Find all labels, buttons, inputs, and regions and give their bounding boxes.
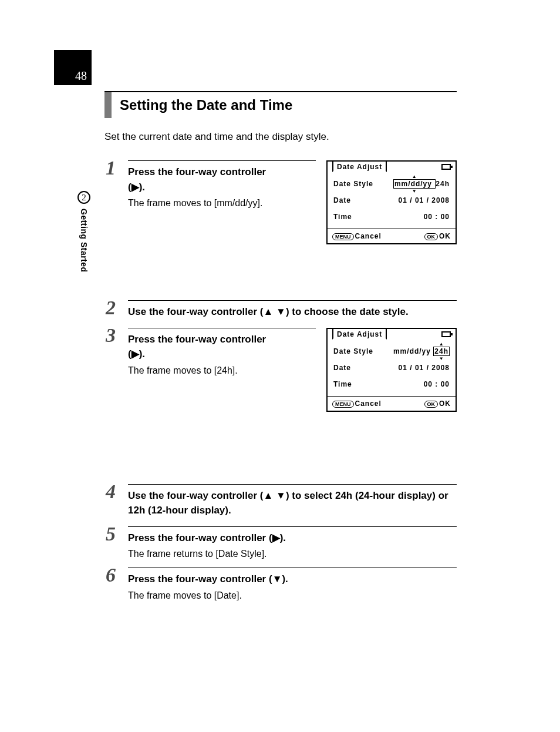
section-title-wrap: Setting the Date and Time — [104, 91, 457, 118]
menu-button-icon: MENU — [332, 233, 354, 240]
lcd-picker-framed: ▲ 24h ▼ — [433, 347, 450, 356]
lcd-row-style: Date Style ▲ mm/dd/yy ▼ 24h — [333, 176, 450, 192]
step-head-text: Press the four-way controller — [128, 334, 266, 345]
lcd-row-time: Time 00 : 00 — [333, 376, 450, 392]
lcd-label: Date Style — [333, 180, 373, 188]
step-heading: Use the four-way controller (▲ ▼) to cho… — [128, 304, 457, 320]
lcd-fmt: mm/dd/yy — [393, 347, 431, 355]
lcd-title-tab: Date Adjust — [332, 328, 387, 340]
lcd-ok: OKOK — [424, 399, 451, 408]
step-2: 2 Use the four-way controller (▲ ▼) to c… — [104, 300, 457, 320]
down-arrow-icon: ▼ — [439, 357, 444, 361]
cancel-label: Cancel — [355, 399, 382, 408]
step-subtext: The frame returns to [Date Style]. — [128, 549, 457, 559]
lcd-row-date: Date 01 / 01 / 2008 — [333, 192, 450, 209]
step-heading: Press the four-way controller (▼). — [128, 572, 457, 587]
lcd-label: Date — [333, 364, 351, 372]
lcd-label: Time — [333, 213, 352, 221]
up-arrow-icon: ▲ — [412, 175, 417, 179]
page-number: 48 — [54, 50, 92, 85]
up-arrow-icon: ▲ — [263, 490, 273, 501]
step-number: 2 — [106, 297, 116, 319]
lcd-cancel: MENUCancel — [332, 399, 382, 408]
lcd-label: Time — [333, 380, 352, 388]
paren-close: ). — [139, 182, 145, 193]
lcd-value: mm/dd/yy ▲ 24h ▼ — [393, 347, 450, 355]
ok-label: OK — [439, 232, 451, 240]
down-arrow-icon: ▼ — [276, 490, 286, 501]
lcd-hr: 24h — [434, 347, 448, 355]
right-arrow-icon: ▶ — [272, 532, 280, 543]
title-accent-bar — [104, 92, 112, 118]
ok-button-icon: OK — [424, 233, 438, 240]
step-head-text-2: ) to choose the date style. — [286, 306, 409, 317]
step-subtext: The frame moves to [Date]. — [128, 590, 457, 601]
step-head-text: Press the four-way controller ( — [128, 573, 272, 585]
step-heading: Press the four-way controller (▶). — [128, 530, 457, 546]
step-heading: Press the four-way controller (▶). — [128, 164, 316, 194]
battery-icon — [441, 331, 451, 337]
lcd-footer: MENUCancel OKOK — [328, 229, 456, 243]
lcd-title-tab: Date Adjust — [332, 160, 387, 172]
down-arrow-icon: ▼ — [276, 306, 286, 317]
lcd-row-date: Date 01 / 01 / 2008 — [333, 360, 450, 376]
ok-button-icon: OK — [424, 401, 438, 408]
lcd-label: Date — [333, 196, 351, 204]
step-body: Press the four-way controller (▼). The f… — [128, 568, 457, 601]
lcd-screen-1: Date Adjust Date Style ▲ mm/dd/yy ▼ 24h … — [326, 160, 457, 244]
paren-close: ). — [139, 348, 145, 360]
lcd-hr: 24h — [436, 180, 450, 188]
step-number: 4 — [106, 481, 116, 503]
lcd-value: 01 / 01 / 2008 — [399, 364, 450, 372]
step-head-text: Use the four-way controller ( — [128, 490, 263, 501]
step-heading: Press the four-way controller (▶). — [128, 332, 316, 362]
lcd-screen-2: Date Adjust Date Style mm/dd/yy ▲ 24h ▼ — [326, 328, 457, 412]
menu-button-icon: MENU — [332, 401, 354, 408]
step-number: 1 — [106, 157, 116, 179]
step-number: 3 — [106, 324, 116, 347]
lcd-picker-framed: ▲ mm/dd/yy ▼ — [393, 179, 436, 189]
intro-text: Set the current date and time and the di… — [104, 131, 457, 143]
side-tab-label: Getting Started — [79, 209, 89, 273]
down-arrow-icon: ▼ — [412, 190, 417, 193]
up-arrow-icon: ▲ — [439, 343, 444, 346]
lcd-row-style: Date Style mm/dd/yy ▲ 24h ▼ — [333, 343, 450, 360]
step-head-text-2: ). — [280, 532, 286, 543]
up-arrow-icon: ▲ — [263, 306, 273, 317]
step-head-text: Use the four-way controller ( — [128, 306, 263, 317]
lcd-value: 00 : 00 — [424, 380, 450, 388]
step-body: Use the four-way controller (▲ ▼) to cho… — [128, 300, 457, 320]
ok-label: OK — [439, 399, 451, 408]
step-body: Use the four-way controller (▲ ▼) to sel… — [128, 484, 457, 518]
step-1: 1 Press the four-way controller (▶). The… — [104, 160, 457, 278]
step-6: 6 Press the four-way controller (▼). The… — [104, 568, 457, 601]
lcd-footer: MENUCancel OKOK — [328, 396, 456, 411]
lcd-cancel: MENUCancel — [332, 232, 382, 240]
battery-icon — [441, 164, 451, 170]
right-arrow-icon: ▶ — [131, 182, 139, 193]
step-head-text: Press the four-way controller ( — [128, 532, 272, 543]
step-body: Press the four-way controller (▶). The f… — [128, 328, 316, 376]
chapter-number-icon: 2 — [77, 191, 90, 204]
step-head-text: Press the four-way controller — [128, 166, 266, 177]
cancel-label: Cancel — [355, 232, 382, 240]
step-subtext: The frame moves to [24h]. — [128, 365, 316, 376]
lcd-value: 01 / 01 / 2008 — [399, 196, 450, 204]
lcd-fmt: mm/dd/yy — [394, 180, 432, 188]
step-body: Press the four-way controller (▶). The f… — [128, 526, 457, 560]
step-head-text-2: ). — [282, 573, 288, 585]
page-number-text: 48 — [75, 69, 87, 83]
step-heading: Use the four-way controller (▲ ▼) to sel… — [128, 488, 457, 518]
main-content: Setting the Date and Time Set the curren… — [104, 91, 457, 607]
lcd-value: ▲ mm/dd/yy ▼ 24h — [393, 180, 450, 188]
step-4: 4 Use the four-way controller (▲ ▼) to s… — [104, 484, 457, 518]
lcd-value: 00 : 00 — [424, 213, 450, 221]
step-number: 6 — [106, 564, 116, 586]
lcd-ok: OKOK — [424, 232, 451, 240]
right-arrow-icon: ▶ — [131, 348, 139, 360]
step-5: 5 Press the four-way controller (▶). The… — [104, 526, 457, 560]
step-3: 3 Press the four-way controller (▶). The… — [104, 328, 457, 445]
section-title: Setting the Date and Time — [112, 92, 292, 118]
step-subtext: The frame moves to [mm/dd/yy]. — [128, 198, 316, 209]
side-tab: 2 Getting Started — [75, 191, 93, 273]
